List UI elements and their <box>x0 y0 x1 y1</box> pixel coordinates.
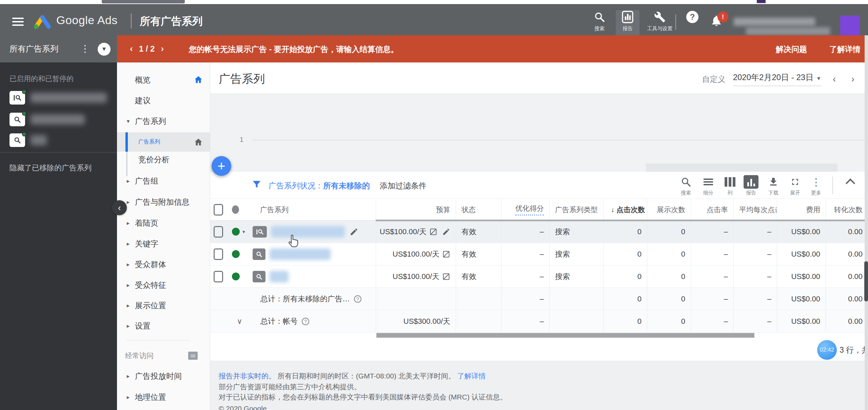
nav-item-placements[interactable]: ▸ 展示位置 <box>117 298 210 313</box>
nav-item-audiences[interactable]: ▸ 受众群体 <box>117 257 210 272</box>
add-filter-button[interactable]: 添加过滤条件 <box>380 181 427 191</box>
impressions-value: 0 <box>647 265 691 287</box>
col-impressions[interactable]: 展示次数 <box>647 199 691 220</box>
edit-pencil-icon[interactable] <box>442 228 450 236</box>
row-checkbox[interactable] <box>210 243 226 265</box>
ctr-value: – <box>691 310 733 332</box>
row-count: 3 行，共 3 行 <box>840 345 868 355</box>
col-type[interactable]: 广告系列类型 <box>549 199 603 220</box>
impressions-value: 0 <box>647 221 691 243</box>
nav-item-locations[interactable]: ▸ 地理位置 <box>117 389 210 405</box>
nav-item-settings[interactable]: ▸ 设置 <box>117 318 210 334</box>
conversions-value: 0.00 <box>826 310 868 332</box>
col-cost[interactable]: 费用 <box>777 199 826 220</box>
nav-item-auction-insights[interactable]: 竞价分析 <box>117 152 210 167</box>
table-row-campaign-2[interactable]: US$100.00/天 有效 – 搜索 0 0 – – US$0.00 0.00 <box>210 243 868 265</box>
campaign-name-cell[interactable] <box>253 265 376 287</box>
nav-item-landing-pages[interactable]: ▸ 着陆页 <box>117 215 210 231</box>
select-all-checkbox[interactable] <box>210 199 226 220</box>
topbar-reports-button[interactable]: 报告 <box>616 10 639 37</box>
footer-not-realtime: 报告并非实时的。 <box>219 372 276 380</box>
horizontal-scrollbar[interactable] <box>210 333 868 338</box>
help-button[interactable]: ? <box>686 10 699 37</box>
add-campaign-button[interactable]: + <box>212 156 231 176</box>
campaign-sidebar: 已启用的和已暂停的 隐藏了已移除的广告系列 <box>0 62 117 410</box>
col-conversions[interactable]: 转化次数 <box>826 199 868 220</box>
budget-cell[interactable]: US$100.00/天 <box>376 243 456 265</box>
download-button[interactable]: 下载 <box>763 175 784 196</box>
col-clicks-sorted[interactable]: ↓点击次数 <box>603 199 647 220</box>
impressions-value: 0 <box>647 288 691 310</box>
nav-item-recommendations[interactable]: 建议 <box>117 93 210 108</box>
avatar[interactable] <box>840 16 860 37</box>
horizontal-scrollbar-thumb[interactable] <box>376 333 754 338</box>
col-status[interactable]: 状态 <box>456 199 501 220</box>
alert-next-icon[interactable]: › <box>161 43 164 54</box>
campaign-name-cell[interactable] <box>253 243 376 265</box>
nav-item-campaigns-selected[interactable]: 广告系列 <box>117 132 210 152</box>
vertical-scrollbar-thumb[interactable] <box>864 261 868 301</box>
table-row-campaign-1[interactable]: ▾ US$100.00/天 <box>210 221 868 243</box>
campaign-name-cell[interactable] <box>253 221 376 243</box>
google-ads-logo[interactable] <box>31 14 52 30</box>
table-search-button[interactable]: 搜索 <box>675 175 696 196</box>
vertical-scrollbar[interactable] <box>865 35 868 410</box>
reports-button[interactable]: 报告 <box>741 175 762 196</box>
nav-item-demographics[interactable]: ▸ 受众特征 <box>117 277 210 293</box>
filter-funnel-icon[interactable] <box>252 179 262 189</box>
menu-icon[interactable] <box>12 18 24 26</box>
budget-cell[interactable]: US$100.00/天 <box>376 221 456 243</box>
col-budget[interactable]: 预算 <box>376 199 456 220</box>
opt-score-value: – <box>501 288 549 310</box>
row-checkbox[interactable] <box>210 265 226 287</box>
topbar-search-button[interactable]: 搜索 <box>593 10 606 37</box>
status-cell[interactable]: ▾ <box>226 221 253 243</box>
help-icon[interactable]: ? <box>354 295 361 303</box>
expand-button[interactable]: 展开 <box>785 175 806 196</box>
nav-item-overview[interactable]: 概览 <box>117 72 210 88</box>
footer-learn-more-link[interactable]: 了解详情 <box>457 372 486 380</box>
alert-learn-link[interactable]: 了解详情 <box>829 44 861 55</box>
date-next-icon[interactable]: › <box>847 74 859 85</box>
date-prev-icon[interactable]: ‹ <box>829 74 840 85</box>
row-checkbox[interactable] <box>210 221 226 243</box>
col-ctr[interactable]: 点击率 <box>691 199 733 220</box>
status-cell[interactable] <box>226 243 253 265</box>
col-campaign[interactable]: 广告系列 <box>253 199 376 220</box>
sidebar-campaign-item[interactable] <box>9 133 47 147</box>
budget-cell[interactable]: US$100.00/天 <box>376 265 456 287</box>
ctr-value: – <box>691 288 733 310</box>
help-icon[interactable]: ? <box>302 318 309 325</box>
topbar-tools-button[interactable]: 工具与设置 <box>644 10 676 37</box>
collapse-table-chevron-icon[interactable] <box>846 179 855 188</box>
col-avg-cpc[interactable]: 平均每次点击 <box>733 199 777 220</box>
edit-pencil-icon[interactable] <box>350 227 358 236</box>
alert-prev-icon[interactable]: ‹ <box>130 43 133 54</box>
enabled-dot-icon <box>232 228 240 236</box>
nav-item-ad-schedule[interactable]: ▸ 广告投放时间 <box>117 368 210 384</box>
col-opt-score[interactable]: 优化得分 <box>501 199 549 220</box>
date-range-value[interactable]: 2020年2月20日 - 23日▼ <box>733 72 821 86</box>
sidebar-campaign-item[interactable] <box>9 91 107 105</box>
nav-item-keywords[interactable]: ▸ 关键字 <box>117 236 210 251</box>
enabled-dot-icon <box>232 250 240 258</box>
status-cell[interactable] <box>226 265 253 287</box>
campaign-status-filter[interactable]: 广告系列状况：所有未移除的 <box>269 181 370 191</box>
alert-resolve-link[interactable]: 解决问题 <box>776 44 807 55</box>
nav-item-ad-groups[interactable]: ▸ 广告组 <box>117 173 210 189</box>
report-footer: 报告并非实时的。 所有日期和时间的时区：(GMT-08:00) 北美太平洋时间。… <box>210 361 868 410</box>
segment-button[interactable]: 细分 <box>698 175 719 196</box>
sidebar-collapse-account-icon[interactable]: ▼ <box>98 43 111 56</box>
nav-item-ads-extensions[interactable]: ▸ 广告与附加信息 <box>117 194 210 210</box>
table-row-campaign-3[interactable]: US$100.00/天 有效 – 搜索 0 0 – – US$0.00 0.00 <box>210 265 868 288</box>
columns-button[interactable]: 列 <box>719 175 741 196</box>
date-range-picker[interactable]: 自定义 2020年2月20日 - 23日▼ ‹ › <box>702 72 859 86</box>
sidebar-collapse-button[interactable]: ‹ <box>112 200 127 215</box>
sidebar-campaign-item[interactable] <box>9 113 85 126</box>
nav-item-campaigns-group[interactable]: ▾ 广告系列 <box>117 113 210 129</box>
more-button[interactable]: ⋮ 更多 <box>806 175 827 196</box>
expand-total-cell[interactable]: ∨ <box>226 310 253 332</box>
alert-pagination: 1 / 2 <box>139 44 155 54</box>
notifications-button[interactable]: ! <box>710 14 726 31</box>
sidebar-more-icon[interactable]: ⋮ <box>80 41 90 56</box>
